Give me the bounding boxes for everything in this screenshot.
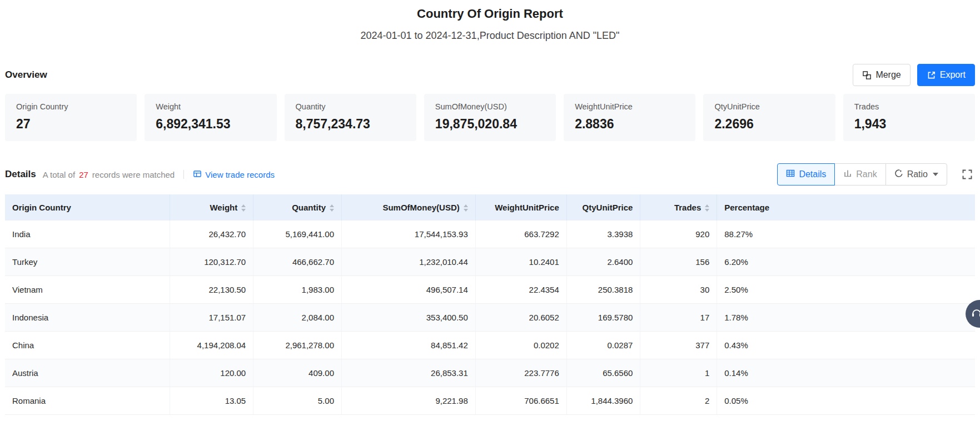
stat-value: 1,943 xyxy=(854,117,964,132)
cell-percentage: 6.20% xyxy=(717,248,975,276)
cell-sum-of-money: 17,544,153.93 xyxy=(341,220,475,248)
cell-weight: 17,151.07 xyxy=(170,304,253,332)
cell-weight-unit-price: 0.0202 xyxy=(475,332,566,359)
table-row: Romania 13.05 5.00 9,221.98 706.6651 1,8… xyxy=(5,387,975,415)
stat-value: 2.8836 xyxy=(575,117,684,132)
matched-prefix: A total of xyxy=(43,170,75,179)
matched-suffix: records were matched xyxy=(92,170,175,179)
divider xyxy=(183,170,184,179)
cell-sum-of-money: 353,400.50 xyxy=(341,304,475,332)
cell-weight: 26,432.70 xyxy=(170,220,253,248)
table-view-icon xyxy=(786,169,795,180)
view-mode-switcher: Details Rank Ratio xyxy=(777,163,947,186)
cell-origin-country: India xyxy=(5,220,170,248)
cell-origin-country: China xyxy=(5,332,170,359)
cell-weight-unit-price: 706.6651 xyxy=(475,387,566,415)
table-row: Turkey 120,312.70 466,662.70 1,232,010.4… xyxy=(5,248,975,276)
sort-icon[interactable] xyxy=(705,204,709,212)
cell-percentage: 0.43% xyxy=(717,332,975,359)
col-header-weight-unit-price: WeightUnitPrice xyxy=(475,194,566,220)
stat-label: Quantity xyxy=(296,102,405,111)
cell-qty-unit-price: 65.6560 xyxy=(566,359,640,387)
cell-quantity: 5,169,441.00 xyxy=(253,220,342,248)
trade-records-icon xyxy=(193,169,202,180)
tab-details[interactable]: Details xyxy=(777,163,835,186)
cell-sum-of-money: 1,232,010.44 xyxy=(341,248,475,276)
stat-card-qty-unit-price: QtyUnitPrice 2.2696 xyxy=(703,94,835,141)
view-trade-records-link[interactable]: View trade records xyxy=(193,169,275,180)
col-header-sum-of-money[interactable]: SumOfMoney(USD) xyxy=(341,194,475,220)
sort-icon[interactable] xyxy=(330,204,334,212)
stat-label: WeightUnitPrice xyxy=(575,102,684,111)
table-row: Vietnam 22,130.50 1,983.00 496,507.14 22… xyxy=(5,276,975,304)
cell-sum-of-money: 84,851.42 xyxy=(341,332,475,359)
table-row: China 4,194,208.04 2,961,278.00 84,851.4… xyxy=(5,332,975,359)
merge-icon xyxy=(862,71,872,80)
report-header: Country Of Origin Report 2024-01-01 to 2… xyxy=(5,7,975,42)
export-icon xyxy=(927,71,936,80)
details-heading: Details xyxy=(5,169,36,180)
table-row: Indonesia 17,151.07 2,084.00 353,400.50 … xyxy=(5,304,975,332)
stat-value: 19,875,020.84 xyxy=(435,117,545,132)
cell-weight: 120,312.70 xyxy=(170,248,253,276)
merge-button[interactable]: Merge xyxy=(853,64,910,86)
cell-qty-unit-price: 2.6400 xyxy=(566,248,640,276)
stat-label: QtyUnitPrice xyxy=(714,102,824,111)
cell-origin-country: Austria xyxy=(5,359,170,387)
cell-origin-country: Indonesia xyxy=(5,304,170,332)
cell-quantity: 409.00 xyxy=(253,359,342,387)
cell-trades: 2 xyxy=(640,387,717,415)
fullscreen-button[interactable] xyxy=(959,167,975,182)
cell-weight-unit-price: 663.7292 xyxy=(475,220,566,248)
headset-icon xyxy=(971,307,980,321)
details-section: Details A total of 27 records were match… xyxy=(5,163,975,415)
cell-qty-unit-price: 3.3938 xyxy=(566,220,640,248)
col-header-trades[interactable]: Trades xyxy=(640,194,717,220)
cell-quantity: 2,961,278.00 xyxy=(253,332,342,359)
merge-button-label: Merge xyxy=(875,70,901,80)
stat-label: Trades xyxy=(854,102,964,111)
cell-weight: 13.05 xyxy=(170,387,253,415)
cell-qty-unit-price: 0.0287 xyxy=(566,332,640,359)
sort-icon[interactable] xyxy=(464,204,468,212)
col-header-quantity[interactable]: Quantity xyxy=(253,194,342,220)
cell-sum-of-money: 9,221.98 xyxy=(341,387,475,415)
tab-ratio[interactable]: Ratio xyxy=(886,163,947,186)
cell-weight-unit-price: 223.7776 xyxy=(475,359,566,387)
cell-trades: 30 xyxy=(640,276,717,304)
cell-trades: 17 xyxy=(640,304,717,332)
cell-weight: 4,194,208.04 xyxy=(170,332,253,359)
sort-icon[interactable] xyxy=(241,204,246,212)
cell-quantity: 466,662.70 xyxy=(253,248,342,276)
cell-weight: 22,130.50 xyxy=(170,276,253,304)
stat-label: Origin Country xyxy=(16,102,126,111)
cell-sum-of-money: 496,507.14 xyxy=(341,276,475,304)
matched-records-text: A total of 27 records were matched xyxy=(43,170,175,179)
stat-card-quantity: Quantity 8,757,234.73 xyxy=(285,94,416,141)
overview-heading: Overview xyxy=(5,69,47,81)
report-subtitle: 2024-01-01 to 2024-12-31,Product Descrip… xyxy=(5,30,975,42)
stat-value: 8,757,234.73 xyxy=(296,117,405,132)
cell-percentage: 0.14% xyxy=(717,359,975,387)
table-row: India 26,432.70 5,169,441.00 17,544,153.… xyxy=(5,220,975,248)
table-row: Austria 120.00 409.00 26,853.31 223.7776… xyxy=(5,359,975,387)
cell-percentage: 2.50% xyxy=(717,276,975,304)
stat-value: 2.2696 xyxy=(714,117,824,132)
cell-quantity: 5.00 xyxy=(253,387,342,415)
stat-value: 6,892,341.53 xyxy=(156,117,265,132)
tab-rank[interactable]: Rank xyxy=(834,163,886,186)
cell-trades: 156 xyxy=(640,248,717,276)
stat-card-sum-of-money: SumOfMoney(USD) 19,875,020.84 xyxy=(424,94,556,141)
cell-weight-unit-price: 20.6052 xyxy=(475,304,566,332)
cell-origin-country: Turkey xyxy=(5,248,170,276)
stat-label: SumOfMoney(USD) xyxy=(435,102,545,111)
cell-qty-unit-price: 250.3818 xyxy=(566,276,640,304)
cell-weight: 120.00 xyxy=(170,359,253,387)
chevron-down-icon xyxy=(933,173,938,176)
cell-weight-unit-price: 22.4354 xyxy=(475,276,566,304)
export-button[interactable]: Export xyxy=(917,64,975,86)
rank-icon xyxy=(843,169,852,180)
cell-trades: 377 xyxy=(640,332,717,359)
col-header-weight[interactable]: Weight xyxy=(170,194,253,220)
view-trade-records-label: View trade records xyxy=(205,170,275,179)
